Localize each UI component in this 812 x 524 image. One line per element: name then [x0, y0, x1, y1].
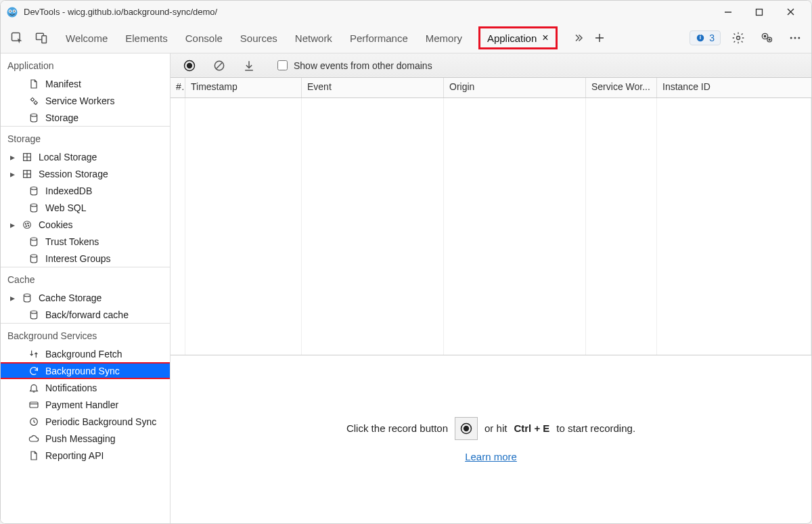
sidebar-item-payment-handler[interactable]: Payment Handler — [1, 396, 170, 413]
devtools-tabs-bar: Welcome Elements Console Sources Network… — [1, 23, 811, 53]
events-table: # Timestamp Event Origin Service Wor... … — [171, 78, 811, 355]
svg-rect-6 — [757, 9, 763, 15]
database-icon — [28, 185, 40, 197]
group-background-services: Background Services — [1, 323, 170, 345]
svg-point-48 — [187, 62, 192, 68]
sidebar-item-periodic-sync[interactable]: Periodic Background Sync — [1, 413, 170, 430]
window-close-button[interactable] — [775, 1, 806, 23]
database-icon — [28, 309, 40, 321]
sidebar-item-local-storage[interactable]: ▸Local Storage — [1, 148, 170, 165]
tab-network[interactable]: Network — [294, 26, 334, 49]
hint-line: Click the record button or hit Ctrl + E … — [346, 417, 635, 440]
device-emulation-icon[interactable] — [30, 27, 52, 49]
show-other-domains-input[interactable] — [277, 60, 288, 70]
svg-point-36 — [25, 223, 26, 224]
tab-elements[interactable]: Elements — [124, 26, 169, 49]
application-sidebar[interactable]: Application Manifest Service Workers Sto… — [1, 53, 171, 523]
tab-memory[interactable]: Memory — [424, 26, 464, 49]
more-tabs-icon[interactable] — [567, 27, 589, 49]
col-instance-id[interactable]: Instance ID — [657, 78, 811, 97]
file-icon — [28, 450, 40, 462]
feedback-icon[interactable] — [756, 27, 777, 49]
content-area: Application Manifest Service Workers Sto… — [1, 53, 811, 523]
sidebar-item-websql[interactable]: Web SQL — [1, 199, 170, 216]
learn-more-link[interactable]: Learn more — [465, 451, 517, 462]
devtools-app-icon — [6, 6, 18, 18]
sidebar-item-service-workers[interactable]: Service Workers — [1, 92, 170, 109]
issues-chip[interactable]: i 3 — [690, 30, 721, 45]
svg-point-38 — [26, 225, 26, 226]
svg-text:i: i — [700, 35, 701, 41]
caret-right-icon: ▸ — [9, 292, 16, 303]
gears-icon — [28, 95, 40, 107]
col-origin[interactable]: Origin — [444, 78, 586, 97]
record-chip-icon — [455, 417, 478, 440]
group-cache: Cache — [1, 267, 170, 289]
devtools-panel-tabs: Welcome Elements Console Sources Network… — [64, 23, 558, 53]
close-tab-icon[interactable]: × — [542, 32, 548, 43]
col-timestamp[interactable]: Timestamp — [185, 78, 302, 97]
events-toolbar: Show events from other domains — [171, 53, 811, 78]
sidebar-item-manifest[interactable]: Manifest — [1, 75, 170, 92]
svg-point-16 — [737, 37, 740, 40]
sidebar-item-storage[interactable]: Storage — [1, 109, 170, 126]
sidebar-item-session-storage[interactable]: ▸Session Storage — [1, 165, 170, 182]
download-button[interactable] — [238, 55, 260, 77]
sidebar-item-cookies[interactable]: ▸Cookies — [1, 216, 170, 233]
sidebar-item-background-sync[interactable]: Background Sync — [1, 362, 170, 379]
tab-application[interactable]: Application × — [478, 26, 558, 49]
svg-point-43 — [30, 311, 37, 313]
svg-point-34 — [30, 204, 37, 206]
svg-rect-11 — [42, 36, 47, 43]
settings-icon[interactable] — [727, 27, 749, 49]
window-minimize-button[interactable] — [713, 1, 744, 23]
svg-point-40 — [30, 238, 37, 240]
tab-sources[interactable]: Sources — [239, 26, 279, 49]
keyboard-shortcut: Ctrl + E — [514, 422, 549, 434]
svg-point-39 — [28, 225, 28, 225]
sidebar-item-bfcache[interactable]: Back/forward cache — [1, 306, 170, 323]
svg-point-3 — [9, 10, 11, 12]
clock-icon — [28, 416, 40, 428]
svg-point-42 — [24, 294, 30, 297]
sidebar-item-notifications[interactable]: Notifications — [1, 379, 170, 396]
svg-point-21 — [790, 37, 792, 39]
group-storage: Storage — [1, 126, 170, 148]
svg-point-4 — [14, 10, 15, 12]
show-other-domains-checkbox[interactable]: Show events from other domains — [275, 58, 432, 72]
inspect-element-icon[interactable] — [6, 27, 28, 49]
devtools-window: DevTools - wicg.github.io/background-syn… — [0, 0, 812, 524]
col-index[interactable]: # — [171, 78, 185, 97]
swap-icon — [28, 348, 40, 360]
tab-performance[interactable]: Performance — [348, 26, 409, 49]
sidebar-item-interest-groups[interactable]: Interest Groups — [1, 250, 170, 267]
window-title: DevTools - wicg.github.io/background-syn… — [24, 7, 217, 17]
svg-point-35 — [24, 221, 31, 228]
window-maximize-button[interactable] — [744, 1, 775, 23]
svg-point-26 — [30, 114, 37, 116]
more-options-icon[interactable] — [784, 27, 806, 49]
database-icon — [28, 253, 40, 265]
sidebar-item-indexeddb[interactable]: IndexedDB — [1, 182, 170, 199]
svg-point-25 — [35, 101, 37, 104]
tab-application-label: Application — [487, 32, 537, 44]
issues-count: 3 — [709, 32, 715, 43]
svg-point-33 — [30, 187, 37, 190]
col-service-worker[interactable]: Service Wor... — [586, 78, 657, 97]
clear-button[interactable] — [208, 55, 230, 77]
svg-point-0 — [7, 7, 18, 17]
table-header-row: # Timestamp Event Origin Service Wor... … — [171, 78, 811, 98]
grid-icon — [21, 168, 33, 180]
svg-point-41 — [30, 255, 37, 257]
sidebar-item-push-messaging[interactable]: Push Messaging — [1, 430, 170, 447]
sidebar-item-background-fetch[interactable]: Background Fetch — [1, 345, 170, 362]
tab-welcome[interactable]: Welcome — [64, 26, 109, 49]
add-tab-icon[interactable] — [589, 27, 610, 49]
col-event[interactable]: Event — [302, 78, 444, 97]
tab-console[interactable]: Console — [184, 26, 224, 49]
sidebar-item-reporting-api[interactable]: Reporting API — [1, 447, 170, 464]
database-icon — [28, 236, 40, 248]
sidebar-item-trust-tokens[interactable]: Trust Tokens — [1, 233, 170, 250]
record-button[interactable] — [179, 55, 200, 77]
sidebar-item-cache-storage[interactable]: ▸Cache Storage — [1, 289, 170, 306]
